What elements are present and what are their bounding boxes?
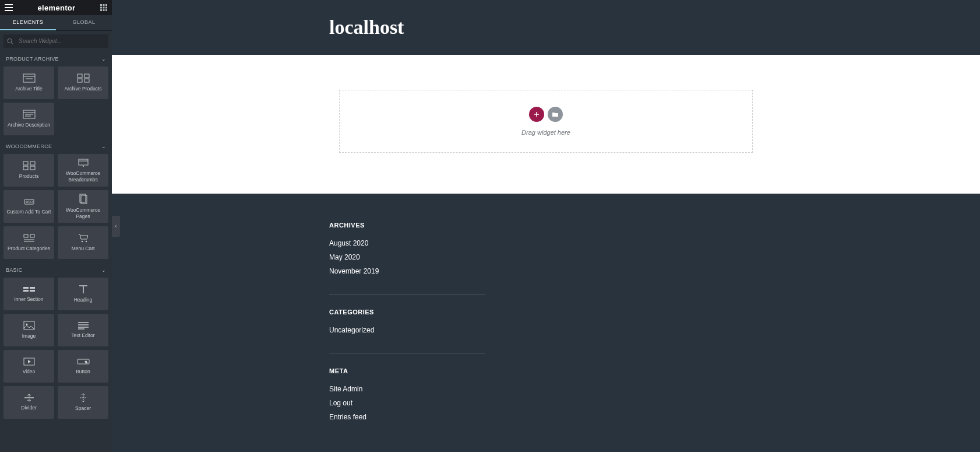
- sidebar-header: elementor: [0, 0, 112, 15]
- add-to-cart-icon: WOO: [23, 198, 36, 206]
- plus-icon: [534, 111, 540, 117]
- svg-rect-8: [105, 9, 107, 11]
- image-icon: [23, 321, 35, 330]
- widget-divider[interactable]: Divider: [3, 386, 54, 419]
- svg-point-38: [85, 241, 86, 242]
- widget-label: WooCommerce Pages: [60, 207, 106, 219]
- footer-link[interactable]: Site Admin: [329, 385, 773, 393]
- divider: [329, 294, 485, 295]
- footer-link[interactable]: August 2020: [329, 239, 773, 247]
- footer-link[interactable]: November 2019: [329, 267, 773, 275]
- svg-rect-25: [30, 166, 35, 170]
- chevron-down-icon: ⌄: [101, 143, 106, 149]
- svg-rect-39: [23, 287, 29, 289]
- archive-description-icon: [23, 110, 36, 119]
- widget-inner-section[interactable]: Inner Section: [3, 278, 54, 310]
- widget-label: Archive Title: [15, 86, 42, 92]
- widget-label: Text Editor: [71, 332, 94, 338]
- button-icon: [77, 358, 90, 366]
- widget-heading[interactable]: Heading: [58, 278, 108, 310]
- widget-products[interactable]: Products: [3, 154, 54, 187]
- svg-point-44: [26, 324, 27, 325]
- category-basic[interactable]: BASIC ⌄: [0, 262, 112, 278]
- tab-elements[interactable]: ELEMENTS: [0, 15, 56, 30]
- svg-rect-1: [103, 4, 105, 6]
- widget-label: Divider: [21, 405, 36, 411]
- add-section-button[interactable]: [529, 107, 544, 122]
- products-icon: [23, 161, 36, 170]
- text-editor-icon: [77, 321, 89, 330]
- site-footer: ARCHIVES August 2020 May 2020 November 2…: [112, 194, 980, 452]
- widget-text-editor[interactable]: Text Editor: [58, 314, 108, 346]
- svg-rect-26: [79, 159, 88, 165]
- svg-point-9: [8, 38, 12, 43]
- footer-heading: META: [329, 367, 773, 374]
- grid-icon[interactable]: [100, 4, 107, 11]
- svg-point-37: [81, 241, 82, 242]
- category-label: BASIC: [6, 267, 23, 273]
- category-woocommerce[interactable]: WOOCOMMERCE ⌄: [0, 139, 112, 154]
- widget-grid-product-archive: Archive Title Archive Products Archive D…: [0, 66, 112, 139]
- sidebar-tabs: ELEMENTS GLOBAL: [0, 15, 112, 31]
- drop-buttons: [340, 107, 752, 122]
- widget-label: Product Categories: [8, 246, 50, 251]
- footer-link[interactable]: Entries feed: [329, 413, 773, 421]
- widget-button[interactable]: Button: [58, 350, 108, 383]
- drop-zone-text: Drag widget here: [340, 129, 752, 136]
- svg-point-28: [83, 166, 84, 167]
- widget-video[interactable]: Video: [3, 350, 54, 383]
- footer-link[interactable]: Log out: [329, 399, 773, 407]
- widget-custom-add-to-cart[interactable]: WOO Custom Add To Cart: [3, 190, 54, 223]
- svg-rect-7: [103, 9, 105, 11]
- widget-label: WooCommerce Breadcrumbs: [60, 170, 106, 182]
- template-button[interactable]: [548, 107, 563, 122]
- collapse-sidebar-handle[interactable]: ‹: [112, 216, 120, 237]
- widget-product-categories[interactable]: Product Categories: [3, 226, 54, 259]
- svg-rect-17: [84, 79, 89, 82]
- widget-image[interactable]: Image: [3, 314, 54, 346]
- svg-rect-40: [30, 287, 35, 289]
- menu-icon[interactable]: [5, 4, 13, 11]
- widget-label: Inner Section: [14, 296, 43, 302]
- widget-archive-products[interactable]: Archive Products: [58, 66, 108, 99]
- svg-rect-22: [23, 162, 28, 165]
- widget-label: Spacer: [75, 405, 91, 411]
- widget-label: Heading: [74, 297, 93, 303]
- search-wrap: [0, 31, 112, 51]
- site-header: localhost: [112, 0, 980, 55]
- widget-woo-pages[interactable]: WooCommerce Pages: [58, 190, 108, 223]
- folder-icon: [552, 111, 559, 117]
- widget-spacer[interactable]: Spacer: [58, 386, 108, 419]
- canvas: localhost Drag widget here ARCHIVES Augu…: [112, 0, 980, 452]
- svg-rect-4: [103, 7, 105, 9]
- site-title: localhost: [319, 16, 773, 38]
- category-label: WOOCOMMERCE: [6, 143, 52, 149]
- footer-heading: CATEGORIES: [329, 309, 773, 316]
- divider: [329, 353, 485, 353]
- svg-rect-15: [84, 74, 89, 78]
- widget-label: Menu Cart: [72, 246, 95, 251]
- widget-archive-title[interactable]: Archive Title: [3, 66, 54, 99]
- widget-menu-cart[interactable]: Menu Cart: [58, 226, 108, 259]
- tab-global[interactable]: GLOBAL: [56, 15, 112, 30]
- search-input[interactable]: [3, 34, 108, 48]
- footer-link[interactable]: May 2020: [329, 253, 773, 261]
- svg-rect-23: [30, 162, 35, 165]
- svg-rect-6: [100, 9, 102, 11]
- footer-link[interactable]: Uncategorized: [329, 326, 773, 334]
- elementor-logo: elementor: [38, 3, 76, 12]
- svg-rect-42: [30, 290, 35, 292]
- footer-heading: ARCHIVES: [329, 222, 773, 229]
- divider-icon: [23, 394, 35, 402]
- widget-woo-breadcrumbs[interactable]: WooCommerce Breadcrumbs: [58, 154, 108, 187]
- svg-rect-50: [77, 359, 89, 364]
- svg-rect-0: [100, 4, 102, 6]
- svg-rect-41: [23, 290, 29, 292]
- drop-zone[interactable]: Drag widget here: [339, 90, 753, 153]
- widget-archive-description[interactable]: Archive Description: [3, 103, 54, 135]
- chevron-down-icon: ⌄: [101, 267, 106, 273]
- svg-rect-14: [77, 74, 82, 78]
- widget-grid-basic: Inner Section Heading Image Text Editor …: [0, 278, 112, 422]
- footer-archives: ARCHIVES August 2020 May 2020 November 2…: [329, 222, 773, 275]
- category-product-archive[interactable]: PRODUCT ARCHIVE ⌄: [0, 51, 112, 66]
